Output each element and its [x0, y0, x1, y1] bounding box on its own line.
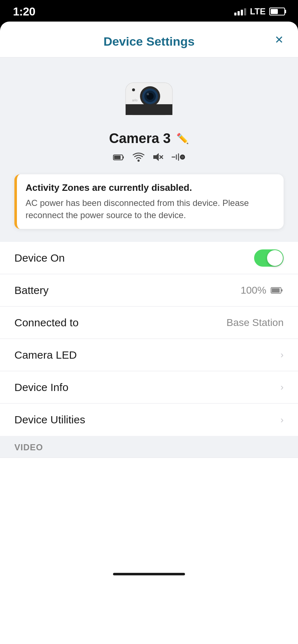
svg-point-8 [147, 93, 149, 95]
battery-value: 100% [240, 285, 284, 296]
camera-battery-icon [113, 153, 125, 163]
content-spacer [0, 458, 298, 566]
warning-banner: Activity Zones are currently disabled. A… [14, 174, 284, 229]
device-info-chevron-icon: › [280, 382, 284, 393]
battery-row: Battery 100% [0, 274, 298, 307]
svg-point-22 [181, 156, 184, 158]
camera-illustration: arlo [118, 72, 180, 122]
warning-title: Activity Zones are currently disabled. [26, 182, 275, 193]
camera-led-chevron-icon: › [280, 349, 284, 360]
device-on-toggle[interactable] [254, 249, 284, 267]
settings-list: Device On Battery 100% Connected to Base… [0, 242, 298, 436]
camera-led-label: Camera LED [14, 349, 77, 361]
device-utilities-label: Device Utilities [14, 414, 85, 426]
edit-camera-name-icon[interactable]: ✏️ [176, 133, 189, 144]
home-indicator [0, 566, 298, 587]
device-on-row[interactable]: Device On [0, 242, 298, 274]
device-utilities-row[interactable]: Device Utilities › [0, 404, 298, 436]
svg-rect-13 [123, 156, 124, 158]
battery-label: Battery [14, 284, 49, 296]
toggle-knob [267, 250, 283, 266]
status-icons: LTE [234, 6, 285, 17]
camera-image: arlo [118, 72, 180, 122]
camera-name-label: Camera 3 [109, 131, 171, 146]
camera-name-row: Camera 3 ✏️ [109, 131, 189, 146]
device-info-row[interactable]: Device Info › [0, 371, 298, 404]
svg-point-10 [132, 88, 135, 91]
battery-percent: 100% [240, 285, 266, 296]
status-time: 1:20 [13, 5, 35, 18]
status-bar: 1:20 LTE [0, 0, 298, 22]
camera-hero: arlo Camera 3 ✏️ [0, 58, 298, 242]
video-section-header: VIDEO [0, 436, 298, 458]
sheet-header: Device Settings ✕ [0, 22, 298, 58]
device-info-label: Device Info [14, 381, 68, 394]
connected-to-value-text: Base Station [226, 317, 284, 328]
camera-status-icons [113, 152, 185, 164]
main-sheet: Device Settings ✕ arlo [0, 22, 298, 644]
svg-marker-15 [153, 153, 159, 161]
video-section-label: VIDEO [14, 442, 43, 452]
svg-text:arlo: arlo [132, 98, 137, 102]
device-utilities-chevron-icon: › [280, 414, 284, 426]
connected-to-label: Connected to [14, 317, 78, 329]
sheet-title: Device Settings [103, 34, 194, 49]
connected-to-value: Base Station [226, 317, 284, 328]
home-bar [113, 573, 185, 575]
device-on-label: Device On [14, 252, 65, 264]
camera-recording-icon [171, 153, 185, 163]
lte-label: LTE [250, 6, 266, 17]
close-button[interactable]: ✕ [275, 33, 284, 46]
camera-led-row[interactable]: Camera LED › [0, 339, 298, 371]
warning-description: AC power has been disconnected from this… [26, 197, 275, 221]
camera-speaker-icon [153, 152, 163, 164]
svg-rect-12 [114, 156, 121, 159]
connected-to-row: Connected to Base Station [0, 307, 298, 339]
signal-bars-icon [234, 8, 246, 15]
svg-rect-24 [272, 288, 280, 293]
battery-value-icon [271, 287, 284, 294]
svg-rect-25 [281, 289, 283, 291]
svg-point-14 [137, 160, 140, 162]
camera-wifi-icon [132, 152, 145, 164]
battery-status-icon [269, 8, 285, 15]
